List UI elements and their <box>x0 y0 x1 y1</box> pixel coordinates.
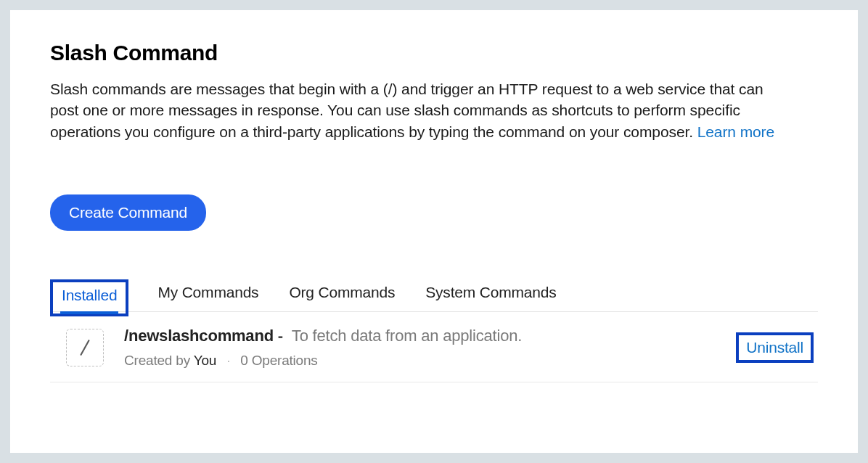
tab-my-commands[interactable]: My Commands <box>156 277 260 311</box>
create-command-button[interactable]: Create Command <box>50 194 206 231</box>
uninstall-button[interactable]: Uninstall <box>746 339 803 356</box>
slash-icon <box>75 338 94 357</box>
command-meta: Created by You · 0 Operations <box>124 353 736 369</box>
description-text: Slash commands are messages that begin w… <box>50 81 763 140</box>
svg-line-0 <box>81 340 89 355</box>
created-by-user: You <box>194 353 216 368</box>
tab-org-commands[interactable]: Org Commands <box>287 277 396 311</box>
command-name: /newslashcommand <box>124 327 274 345</box>
created-by-label: Created by You <box>124 353 216 369</box>
command-separator: - <box>274 327 287 345</box>
list-item: /newslashcommand - To fetch data from an… <box>50 312 818 382</box>
annotation-highlight-installed: Installed <box>50 279 128 316</box>
command-info: /newslashcommand - To fetch data from an… <box>124 327 736 369</box>
meta-separator: · <box>226 353 230 369</box>
tabs-bar: Installed My Commands Org Commands Syste… <box>50 277 818 312</box>
command-description: To fetch data from an application. <box>292 327 522 345</box>
settings-card: Slash Command Slash commands are message… <box>10 10 858 453</box>
command-list: /newslashcommand - To fetch data from an… <box>50 312 818 382</box>
command-title: /newslashcommand - To fetch data from an… <box>124 327 736 345</box>
operations-count: 0 Operations <box>240 353 317 369</box>
tab-installed[interactable]: Installed <box>60 280 118 314</box>
command-icon-placeholder <box>66 329 104 366</box>
learn-more-link[interactable]: Learn more <box>697 123 774 140</box>
page-title: Slash Command <box>50 41 818 65</box>
page-description: Slash commands are messages that begin w… <box>50 78 776 142</box>
tab-system-commands[interactable]: System Commands <box>424 277 557 311</box>
annotation-highlight-uninstall: Uninstall <box>736 332 814 363</box>
